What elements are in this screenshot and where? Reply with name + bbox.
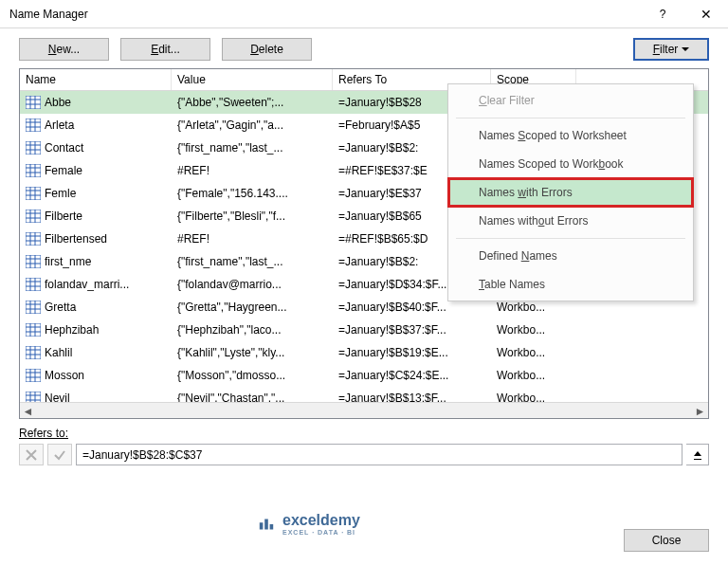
collapse-dialog-icon: [692, 449, 703, 461]
row-value: {"Mosson","dmosso...: [172, 367, 333, 384]
close-button[interactable]: Close: [624, 529, 709, 552]
defined-name-icon: [26, 96, 41, 109]
row-name: Contact: [45, 141, 83, 155]
row-value: {"first_name","last_...: [172, 253, 333, 270]
check-icon: [53, 448, 66, 462]
filter-menu: Clear Filter Names Scoped to Worksheet N…: [447, 83, 694, 301]
watermark-icon: [256, 516, 277, 533]
defined-name-icon: [26, 346, 41, 359]
refers-to-area: Refers to:: [19, 425, 709, 465]
row-scope: Workbo...: [491, 321, 576, 338]
defined-name-icon: [26, 323, 41, 337]
row-value: {"Arleta","Gagin","a...: [172, 117, 333, 134]
defined-name-icon: [26, 210, 41, 223]
cancel-refers-button[interactable]: [19, 444, 44, 465]
defined-name-icon: [26, 232, 41, 246]
svg-rect-0: [26, 96, 41, 109]
col-name[interactable]: Name: [20, 69, 172, 90]
help-button[interactable]: ?: [641, 0, 684, 28]
svg-rect-40: [26, 278, 41, 291]
defined-name-icon: [26, 141, 41, 155]
table-row[interactable]: Kahlil{"Kahlil","Lyste","kly...=January!…: [20, 341, 708, 364]
scroll-right-icon[interactable]: ►: [692, 403, 708, 419]
accept-refers-button[interactable]: [47, 444, 72, 465]
svg-rect-20: [26, 187, 41, 200]
row-name: Filberte: [45, 210, 82, 223]
row-name: first_nme: [45, 255, 91, 268]
row-value: #REF!: [172, 230, 333, 247]
menu-defined-names[interactable]: Defined Names: [448, 242, 693, 270]
defined-name-icon: [26, 369, 41, 382]
svg-rect-50: [26, 323, 41, 337]
row-name: Kahlil: [45, 346, 72, 359]
row-value: {"Kahlil","Lyste","kly...: [172, 344, 333, 361]
expand-refers-button[interactable]: [686, 444, 709, 465]
watermark-tagline: EXCEL · DATA · BI: [282, 529, 360, 536]
row-name: Arleta: [45, 118, 74, 132]
menu-names-without-errors[interactable]: Names without Errors: [448, 207, 693, 235]
scroll-left-icon[interactable]: ◄: [20, 403, 36, 419]
svg-rect-45: [26, 301, 41, 314]
refers-to-input[interactable]: [76, 444, 682, 465]
row-name: Hephzibah: [45, 323, 99, 337]
svg-rect-70: [694, 459, 701, 460]
row-value: {"Female","156.143....: [172, 185, 333, 202]
row-name: Female: [45, 164, 82, 177]
row-name: folandav_marri...: [45, 278, 129, 291]
table-row[interactable]: Hephzibah{"Hephzibah","laco...=January!$…: [20, 319, 708, 341]
window-title: Name Manager: [9, 8, 641, 21]
row-name: Gretta: [45, 301, 76, 314]
window-close-button[interactable]: ✕: [684, 0, 728, 28]
row-value: {"Filberte","Blesli","f...: [172, 208, 333, 225]
defined-name-icon: [26, 118, 41, 132]
menu-separator: [456, 238, 685, 239]
row-scope: Workbo...: [491, 367, 576, 384]
row-value: {"Hephzibah","laco...: [172, 321, 333, 338]
row-value: {"Gretta","Haygreen...: [172, 299, 333, 316]
titlebar: Name Manager ? ✕: [0, 0, 728, 28]
defined-name-icon: [26, 301, 41, 314]
horizontal-scrollbar[interactable]: ◄ ►: [20, 402, 708, 418]
row-name: Femle: [45, 187, 76, 200]
defined-name-icon: [26, 255, 41, 268]
row-value: {"folandav@marrio...: [172, 276, 333, 293]
svg-rect-25: [26, 210, 41, 223]
menu-separator: [456, 118, 685, 118]
menu-names-with-errors[interactable]: Names with Errors: [448, 178, 693, 207]
table-row[interactable]: Mosson{"Mosson","dmosso...=January!$C$24…: [20, 364, 708, 387]
watermark: exceldemy EXCEL · DATA · BI: [256, 512, 360, 536]
svg-rect-5: [26, 118, 41, 132]
filter-button[interactable]: Filter: [633, 38, 709, 61]
defined-name-icon: [26, 187, 41, 200]
svg-rect-10: [26, 141, 41, 155]
edit-button[interactable]: Edit...: [120, 38, 210, 61]
new-button[interactable]: New...: [19, 38, 109, 61]
row-refers: =January!$B$19:$E...: [333, 344, 491, 361]
row-name: Abbe: [45, 96, 71, 109]
row-name: Mosson: [45, 369, 84, 382]
col-value[interactable]: Value: [172, 69, 333, 90]
row-value: {"first_name","last_...: [172, 139, 333, 156]
row-refers: =January!$C$24:$E...: [333, 367, 491, 384]
defined-name-icon: [26, 278, 41, 291]
row-value: #REF!: [172, 162, 333, 179]
svg-rect-55: [26, 346, 41, 359]
menu-table-names[interactable]: Table Names: [448, 270, 693, 299]
svg-rect-15: [26, 164, 41, 177]
menu-scoped-worksheet[interactable]: Names Scoped to Worksheet: [448, 121, 693, 150]
x-icon: [25, 448, 38, 462]
svg-rect-60: [26, 369, 41, 382]
toolbar: New... Edit... Delete Filter: [0, 28, 728, 68]
watermark-brand: exceldemy: [282, 512, 360, 529]
chevron-down-icon: [682, 47, 689, 51]
row-name: Filbertensed: [45, 232, 107, 246]
row-scope: Workbo...: [491, 344, 576, 361]
menu-clear-filter[interactable]: Clear Filter: [448, 86, 693, 115]
menu-scoped-workbook[interactable]: Names Scoped to Workbook: [448, 150, 693, 178]
svg-rect-35: [26, 255, 41, 268]
delete-button[interactable]: Delete: [222, 38, 312, 61]
defined-name-icon: [26, 164, 41, 177]
row-value: {"Abbe","Sweeten";...: [172, 94, 333, 111]
row-refers: =January!$B$37:$F...: [333, 321, 491, 338]
svg-rect-30: [26, 232, 41, 246]
